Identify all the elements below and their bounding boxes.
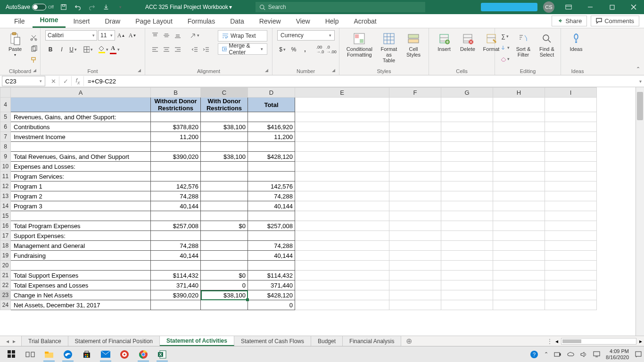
cell[interactable] <box>493 271 545 280</box>
cell[interactable]: Fundraising <box>11 251 151 261</box>
cell[interactable] <box>545 132 597 142</box>
cell[interactable] <box>545 142 597 152</box>
close-icon[interactable] <box>623 0 644 14</box>
cell[interactable]: 74,288 <box>151 241 201 251</box>
cell[interactable]: $0 <box>201 271 248 280</box>
cell[interactable] <box>389 162 441 172</box>
cell[interactable] <box>493 112 545 122</box>
align-left-icon[interactable] <box>150 44 160 55</box>
row-header[interactable]: 7 <box>0 132 11 142</box>
cell[interactable] <box>201 191 248 201</box>
cell[interactable] <box>545 231 597 241</box>
row-header[interactable]: 21 <box>0 271 11 280</box>
cell[interactable]: Change in Net Assets <box>11 290 151 300</box>
cell[interactable] <box>295 132 389 142</box>
cell[interactable] <box>545 241 597 251</box>
tab-acrobat[interactable]: Acrobat <box>347 15 384 28</box>
cell[interactable] <box>545 290 597 300</box>
percent-format-icon[interactable]: % <box>289 44 299 55</box>
cell[interactable]: Net Assets, December 31, 2017 <box>11 300 151 310</box>
cell[interactable] <box>441 142 493 152</box>
cell[interactable] <box>295 122 389 132</box>
cell[interactable]: 142,576 <box>151 181 201 191</box>
increase-font-icon[interactable]: A▲ <box>116 30 126 41</box>
row-header[interactable]: 10 <box>0 162 11 172</box>
help-tray-icon[interactable]: ? <box>530 350 538 359</box>
tab-insert[interactable]: Insert <box>66 15 97 28</box>
cell[interactable] <box>11 142 151 152</box>
cell[interactable] <box>545 162 597 172</box>
ribbon-display-icon[interactable] <box>558 0 579 14</box>
network-tray-icon[interactable] <box>593 351 600 357</box>
tab-home[interactable]: Home <box>33 13 66 28</box>
cell[interactable] <box>295 231 389 241</box>
cell[interactable] <box>493 142 545 152</box>
select-all-corner[interactable] <box>0 88 11 98</box>
cell[interactable] <box>493 300 545 310</box>
cell[interactable] <box>295 261 389 271</box>
row-header[interactable]: 15 <box>0 211 11 221</box>
row-header[interactable]: 5 <box>0 112 11 122</box>
row-header[interactable]: 6 <box>0 122 11 132</box>
tab-review[interactable]: Review <box>252 15 289 28</box>
cell[interactable] <box>389 112 441 122</box>
cell[interactable] <box>295 241 389 251</box>
cell[interactable] <box>201 181 248 191</box>
cell[interactable] <box>493 280 545 290</box>
cell[interactable] <box>545 152 597 162</box>
comments-button[interactable]: Comments <box>591 16 639 26</box>
copy-icon[interactable] <box>28 43 39 54</box>
cell[interactable]: $416,920 <box>248 122 295 132</box>
align-top-icon[interactable] <box>150 30 160 41</box>
cell[interactable] <box>545 191 597 201</box>
tray-clock[interactable]: 4:09 PM8/16/2020 <box>606 348 629 360</box>
add-sheet-button[interactable]: ⊕ <box>401 336 417 346</box>
cell[interactable] <box>389 172 441 181</box>
redo-icon[interactable] <box>86 1 98 13</box>
cell[interactable] <box>493 231 545 241</box>
col-header[interactable]: C <box>201 88 248 98</box>
cell[interactable]: Revenues, Gains, and Other Support: <box>11 112 151 122</box>
row-header[interactable]: 9 <box>0 152 11 162</box>
align-middle-icon[interactable] <box>161 30 172 41</box>
conditional-formatting-button[interactable]: Conditional Formatting <box>344 30 375 58</box>
minimize-icon[interactable] <box>580 0 601 14</box>
cell[interactable] <box>441 181 493 191</box>
cell[interactable] <box>441 112 493 122</box>
tab-page-layout[interactable]: Page Layout <box>128 15 180 28</box>
cell[interactable]: 74,288 <box>151 191 201 201</box>
cell[interactable] <box>201 142 248 152</box>
cell[interactable] <box>248 172 295 181</box>
ideas-button[interactable]: Ideas <box>566 30 586 52</box>
cell[interactable] <box>295 271 389 280</box>
cell[interactable] <box>201 261 248 271</box>
row-header[interactable]: 14 <box>0 201 11 211</box>
row-header[interactable]: 23 <box>0 290 11 300</box>
cell[interactable] <box>493 191 545 201</box>
col-header[interactable]: G <box>441 88 493 98</box>
cell[interactable] <box>545 201 597 211</box>
format-painter-icon[interactable] <box>28 55 39 65</box>
cell[interactable]: 371,440 <box>248 280 295 290</box>
notifications-tray-icon[interactable] <box>635 351 642 358</box>
delete-cells-button[interactable]: Delete <box>457 30 478 52</box>
cell[interactable] <box>441 152 493 162</box>
cell[interactable]: Total Revenues, Gains, and Other Support <box>11 152 151 162</box>
cell[interactable]: 0 <box>201 280 248 290</box>
cell[interactable]: Total <box>248 98 295 112</box>
cell[interactable]: Total Expenses and Losses <box>11 280 151 290</box>
cell[interactable] <box>493 132 545 142</box>
col-header[interactable]: D <box>248 88 295 98</box>
cell[interactable] <box>151 112 201 122</box>
collapse-ribbon-icon[interactable]: ⌃ <box>636 66 640 72</box>
cell[interactable]: $114,432 <box>151 271 201 280</box>
tab-draw[interactable]: Draw <box>97 15 128 28</box>
cell[interactable] <box>151 172 201 181</box>
cell[interactable] <box>389 181 441 191</box>
cell[interactable] <box>389 152 441 162</box>
cell[interactable] <box>295 142 389 152</box>
cell[interactable] <box>545 211 597 221</box>
cell[interactable] <box>441 191 493 201</box>
cell[interactable] <box>441 290 493 300</box>
app-icon[interactable] <box>115 347 134 362</box>
